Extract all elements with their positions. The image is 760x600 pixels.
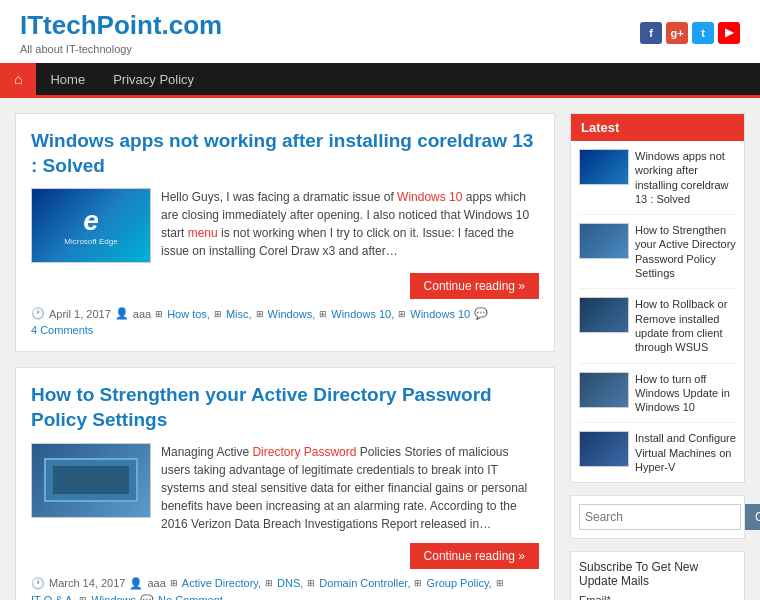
search-section: Go	[570, 495, 745, 539]
grid-icon-1: ⊞	[155, 309, 163, 319]
grid-icon-7: ⊞	[265, 578, 273, 588]
header: ITtechPoint.com All about IT-technology …	[0, 0, 760, 63]
article-1-author-icon: 👤	[115, 307, 129, 320]
site-title[interactable]: ITtechPoint.com	[20, 10, 222, 40]
article-1-author: aaa	[133, 308, 151, 320]
article-1-date-icon: 🕐	[31, 307, 45, 320]
article-2: How to Strengthen your Active Directory …	[15, 367, 555, 600]
article-1-continue[interactable]: Continue reading »	[410, 273, 539, 299]
tag-windows[interactable]: Windows,	[268, 308, 316, 320]
article-2-meta: 🕐 March 14, 2017 👤 aaa ⊞ Active Director…	[31, 577, 539, 600]
googleplus-icon[interactable]: g+	[666, 22, 688, 44]
article-2-continue[interactable]: Continue reading »	[410, 543, 539, 569]
latest-item-5: Install and Configure Virtual Machines o…	[579, 431, 736, 474]
home-icon: ⌂	[14, 71, 22, 87]
article-2-date: March 14, 2017	[49, 577, 125, 589]
grid-icon-5: ⊞	[398, 309, 406, 319]
comment-icon: 💬	[474, 307, 488, 320]
article-1-comments[interactable]: 4 Comments	[31, 324, 93, 336]
latest-items: Windows apps not working after installin…	[571, 141, 744, 482]
article-1-link-windows[interactable]: Windows 10	[397, 190, 462, 204]
edge-label: Microsoft Edge	[64, 237, 117, 246]
search-input[interactable]	[579, 504, 741, 530]
article-2-img-placeholder	[32, 444, 150, 517]
article-1-link-menu[interactable]: menu	[188, 226, 218, 240]
tag-misc[interactable]: Misc,	[226, 308, 252, 320]
nav-item-privacy[interactable]: Privacy Policy	[99, 64, 208, 95]
grid-icon-10: ⊞	[496, 578, 504, 588]
article-2-comments[interactable]: No Comment	[158, 594, 223, 600]
comment-icon-2: 💬	[140, 594, 154, 600]
article-2-author-icon: 👤	[129, 577, 143, 590]
youtube-icon[interactable]: ▶	[718, 22, 740, 44]
subscribe-section: Subscribe To Get New Update Mails Email*…	[570, 551, 745, 600]
latest-item-2: How to Strengthen your Active Directory …	[579, 223, 736, 289]
tag-windows2[interactable]: Windows	[91, 594, 136, 600]
tag-activedir[interactable]: Active Directory,	[182, 577, 261, 589]
edge-logo: e	[83, 205, 99, 237]
grid-icon-3: ⊞	[256, 309, 264, 319]
ad-img-inner	[44, 458, 138, 502]
grid-icon-11: ⊞	[79, 595, 87, 600]
article-2-link-dirpass[interactable]: Directory Password	[252, 445, 356, 459]
tag-itqa[interactable]: IT Q & A,	[31, 594, 75, 600]
latest-thumb-4	[579, 372, 629, 408]
search-button[interactable]: Go	[745, 504, 760, 530]
latest-thumb-2	[579, 223, 629, 259]
latest-thumb-1	[579, 149, 629, 185]
tag-dns[interactable]: DNS,	[277, 577, 303, 589]
grid-icon-9: ⊞	[414, 578, 422, 588]
ad-img-screen	[53, 466, 130, 494]
latest-text-2[interactable]: How to Strengthen your Active Directory …	[635, 223, 736, 280]
main-content: Windows apps not working after installin…	[15, 113, 555, 600]
article-2-text: Managing Active Directory Password Polic…	[161, 443, 539, 533]
tag-domainctrl[interactable]: Domain Controller,	[319, 577, 410, 589]
home-nav-item[interactable]: ⌂	[0, 63, 36, 95]
latest-thumb-3	[579, 297, 629, 333]
facebook-icon[interactable]: f	[640, 22, 662, 44]
site-tagline: All about IT-technology	[20, 43, 222, 55]
tag-grouppolicy[interactable]: Group Policy,	[426, 577, 491, 589]
main-container: Windows apps not working after installin…	[0, 98, 760, 600]
grid-icon-4: ⊞	[319, 309, 327, 319]
article-1: Windows apps not working after installin…	[15, 113, 555, 352]
twitter-icon[interactable]: t	[692, 22, 714, 44]
nav-item-home[interactable]: Home	[36, 64, 99, 95]
article-1-text: Hello Guys, I was facing a dramatic issu…	[161, 188, 539, 263]
grid-icon-8: ⊞	[307, 578, 315, 588]
latest-item-1: Windows apps not working after installin…	[579, 149, 736, 215]
latest-item-4: How to turn off Windows Update in Window…	[579, 372, 736, 424]
article-2-body: Managing Active Directory Password Polic…	[31, 443, 539, 533]
latest-text-3[interactable]: How to Rollback or Remove installed upda…	[635, 297, 736, 354]
latest-item-3: How to Rollback or Remove installed upda…	[579, 297, 736, 363]
subscribe-content: Subscribe To Get New Update Mails Email*…	[571, 552, 744, 600]
nav: ⌂ Home Privacy Policy	[0, 63, 760, 95]
latest-text-5[interactable]: Install and Configure Virtual Machines o…	[635, 431, 736, 474]
subscribe-label: Subscribe To Get New Update Mails	[579, 560, 736, 588]
latest-section: Latest Windows apps not working after in…	[570, 113, 745, 483]
tag-windows10b[interactable]: Windows 10	[410, 308, 470, 320]
article-1-date: April 1, 2017	[49, 308, 111, 320]
sidebar: Latest Windows apps not working after in…	[570, 113, 745, 600]
search-box: Go	[571, 496, 744, 538]
social-icons: f g+ t ▶	[640, 22, 740, 44]
article-1-title[interactable]: Windows apps not working after installin…	[31, 129, 539, 178]
article-1-body: e Microsoft Edge Hello Guys, I was facin…	[31, 188, 539, 263]
latest-text-1[interactable]: Windows apps not working after installin…	[635, 149, 736, 206]
grid-icon-6: ⊞	[170, 578, 178, 588]
article-1-meta: 🕐 April 1, 2017 👤 aaa ⊞ How tos, ⊞ Misc,…	[31, 307, 539, 336]
latest-header: Latest	[571, 114, 744, 141]
article-2-date-icon: 🕐	[31, 577, 45, 590]
latest-text-4[interactable]: How to turn off Windows Update in Window…	[635, 372, 736, 415]
grid-icon-2: ⊞	[214, 309, 222, 319]
tag-howtos[interactable]: How tos,	[167, 308, 210, 320]
article-1-image: e Microsoft Edge	[31, 188, 151, 263]
tag-windows10[interactable]: Windows 10,	[331, 308, 394, 320]
article-2-title[interactable]: How to Strengthen your Active Directory …	[31, 383, 539, 432]
article-2-image	[31, 443, 151, 518]
email-label: Email*	[579, 594, 736, 600]
latest-thumb-5	[579, 431, 629, 467]
article-2-author: aaa	[147, 577, 165, 589]
